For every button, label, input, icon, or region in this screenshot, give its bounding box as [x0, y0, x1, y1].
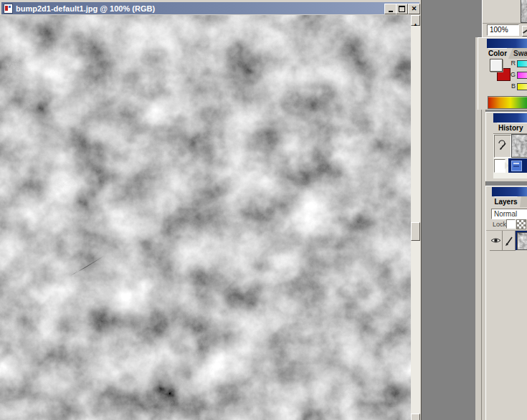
tab-layers-label: Layers [494, 198, 517, 206]
tab-channels-partial[interactable] [520, 196, 527, 207]
color-palette: Color Swatches R G B [478, 37, 527, 110]
lock-transparency-checkbox[interactable] [506, 219, 516, 229]
navigator-palette: 100% [482, 0, 527, 37]
minimize-button[interactable] [384, 4, 397, 14]
maximize-button[interactable] [396, 4, 408, 14]
foreground-color-swatch[interactable] [490, 59, 503, 72]
document-title: bump2d1-default1.jpg @ 100% (RGB) [16, 4, 155, 13]
document-window: bump2d1-default1.jpg @ 100% (RGB) ✕ [0, 0, 422, 420]
layer-active-brush-well[interactable] [503, 231, 516, 251]
channel-g-label: G [510, 71, 516, 78]
transparency-lock-icon [516, 219, 526, 229]
snapshot-texture [512, 135, 527, 157]
vertical-scrollbar[interactable]: ▲ ▼ [411, 15, 420, 420]
channel-r-label: R [510, 59, 516, 67]
eye-icon [490, 237, 501, 244]
channel-r-slider[interactable] [517, 60, 527, 67]
tab-layers[interactable]: Layers [493, 196, 519, 207]
layer-thumbnail-texture [518, 233, 527, 249]
zoom-out-button[interactable] [522, 26, 527, 37]
color-ramp[interactable] [488, 96, 527, 109]
history-state-icon [511, 161, 522, 171]
tab-swatches[interactable]: Swatches [508, 48, 527, 59]
tab-history-label: History [498, 124, 523, 132]
channel-b-label: B [510, 82, 516, 90]
layer-visibility-well[interactable] [490, 231, 503, 251]
navigator-preview-texture [521, 0, 527, 22]
close-icon: ✕ [412, 6, 417, 12]
image-canvas[interactable] [0, 15, 411, 420]
scrollbar-thumb[interactable] [411, 222, 420, 241]
history-brush-icon [497, 140, 508, 151]
maximize-icon [399, 6, 405, 12]
navigator-preview[interactable] [521, 0, 527, 23]
channel-g-slider[interactable] [517, 72, 527, 79]
tab-color[interactable]: Color [487, 48, 508, 59]
navigator-zoom-input[interactable]: 100% [487, 24, 519, 36]
minimize-icon [389, 11, 393, 12]
layer-thumbnail [517, 232, 527, 250]
channel-b-slider[interactable] [517, 83, 527, 90]
navigator-zoom-value: 100% [488, 25, 518, 35]
document-titlebar[interactable]: bump2d1-default1.jpg @ 100% (RGB) [1, 2, 419, 14]
layer-row[interactable] [490, 231, 527, 250]
history-set-source-box[interactable] [494, 159, 505, 173]
history-snapshot-thumbnail[interactable] [511, 134, 527, 158]
paintbrush-icon [504, 235, 514, 246]
photoshop-workspace: bump2d1-default1.jpg @ 100% (RGB) ✕ [0, 0, 527, 420]
layers-palette-titlebar[interactable] [492, 187, 527, 196]
scroll-up-arrow-icon: ▲ [414, 22, 418, 27]
history-state-open-selected[interactable] [508, 158, 527, 173]
tab-history[interactable]: History [495, 123, 527, 133]
layer-selected-area[interactable] [516, 231, 527, 250]
close-button[interactable]: ✕ [408, 4, 420, 14]
tab-swatches-label: Swatches [513, 49, 527, 57]
layers-palette: Layers Normal Lock: [485, 186, 527, 420]
history-list [493, 133, 527, 178]
history-palette: History [485, 112, 527, 181]
blend-mode-select[interactable]: Normal [491, 209, 527, 219]
zoom-out-icon [523, 29, 527, 34]
tab-color-label: Color [488, 49, 507, 57]
scroll-down-button[interactable]: ▼ [411, 414, 420, 420]
history-brush-source-well[interactable] [494, 135, 511, 158]
blend-mode-value: Normal [492, 209, 527, 219]
color-palette-titlebar[interactable] [487, 39, 527, 48]
clouds-texture [0, 15, 411, 420]
document-icon [4, 4, 13, 14]
scroll-up-button[interactable]: ▲ [411, 15, 420, 26]
history-palette-titlebar[interactable] [493, 113, 527, 123]
